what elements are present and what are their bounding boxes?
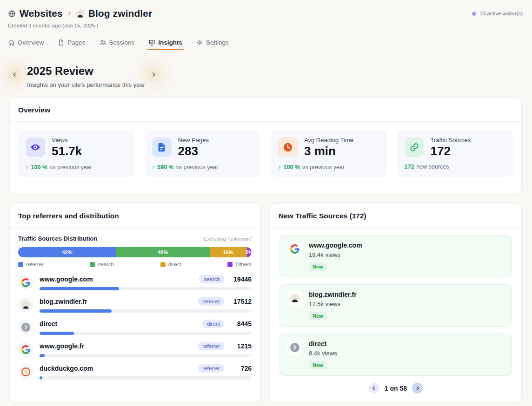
referrer-name: direct	[40, 320, 57, 327]
hero: 2025 Review Insights on your site's perf…	[27, 65, 145, 88]
breadcrumb-site-name: Blog zwindler	[88, 8, 153, 19]
overview-panel-title: Overview	[10, 98, 521, 122]
pagination: 1 on 58	[279, 383, 512, 393]
stat-note: new sources	[416, 164, 449, 170]
referrer-bar-track	[40, 332, 252, 335]
tab-settings[interactable]: Settings	[196, 39, 229, 50]
referrer-name: www.google.fr	[40, 342, 84, 350]
created-date-text: Created 3 months ago (Jan 15, 2025 )	[8, 23, 98, 28]
new-badge: New	[309, 361, 327, 369]
legend-item: Others	[227, 262, 252, 267]
stat-delta: 172	[405, 164, 414, 170]
referrers-panel-title: Top referrers and distribution	[10, 204, 260, 228]
tab-sessions[interactable]: Sessions	[100, 39, 135, 50]
referrer-name: www.google.com	[40, 275, 93, 283]
google-favicon	[18, 342, 33, 357]
distribution-segment: 2%	[247, 247, 252, 257]
tab-label: Pages	[67, 39, 85, 46]
referrer-row[interactable]: www.google.fr referrer 1215	[18, 342, 252, 357]
traffic-source-card[interactable]: blog.zwindler.fr 17.5k views New	[279, 284, 512, 327]
referrer-row[interactable]: www.google.com search 19446	[18, 275, 252, 290]
stat-note: vs previous year	[50, 164, 92, 170]
referrer-name: duckduckgo.com	[40, 365, 93, 372]
tab-label: Settings	[206, 39, 229, 46]
pagination-label: 1 on 58	[385, 385, 407, 392]
referrer-type-badge: referrer	[198, 342, 225, 350]
up-arrow-icon: ↑	[152, 164, 155, 170]
distribution-segment: 16%	[210, 247, 247, 257]
legend-swatch	[18, 262, 23, 267]
distribution-note: Excluding "unknown"	[204, 236, 252, 242]
tab-insights[interactable]: Insights	[148, 39, 182, 50]
stat-card: New Pages 283 ↑ 590 % vs previous year	[145, 131, 261, 177]
referrer-row[interactable]: blog.zwindler.fr referrer 17512	[18, 297, 252, 313]
users-icon	[100, 39, 106, 46]
legend-swatch	[90, 262, 95, 267]
referrer-row[interactable]: direct direct 8445	[18, 320, 252, 335]
referrer-type-badge: search	[199, 275, 225, 283]
up-arrow-icon: ↑	[278, 164, 281, 170]
active-visitors-dot	[472, 12, 476, 16]
referrer-bar-track	[40, 376, 252, 380]
referrer-views-count: 17512	[229, 298, 252, 305]
pagination-next-button[interactable]	[412, 383, 423, 393]
distribution-title: Traffic Sources Distribution	[18, 235, 97, 242]
breadcrumb-websites[interactable]: Websites	[20, 8, 63, 19]
referrer-views-count: 726	[229, 365, 252, 372]
referrer-bar-fill	[40, 376, 42, 380]
eye-icon	[26, 138, 45, 157]
hero-next-button[interactable]	[147, 68, 160, 81]
legend-swatch	[160, 262, 166, 267]
stat-delta: 100 %	[31, 164, 47, 170]
legend-item: direct	[160, 262, 181, 267]
referrer-views-count: 8445	[229, 320, 252, 327]
referrer-name: blog.zwindler.fr	[40, 298, 87, 305]
chevron-right-icon	[151, 72, 157, 78]
referrer-views-count: 1215	[229, 342, 252, 350]
traffic-source-card[interactable]: www.google.com 19.4k views New	[279, 235, 512, 277]
new-badge: New	[309, 262, 327, 271]
tab-overview[interactable]: Overview	[8, 39, 44, 50]
referrer-bar-fill	[40, 287, 119, 290]
active-visitors: 13 active visitor(s)	[472, 11, 523, 16]
stat-card: Avg Reading Time 3 min ↑ 100 % vs previo…	[271, 131, 387, 177]
site-avatar	[76, 9, 85, 18]
source-views: 8.4k views	[309, 350, 337, 357]
referrer-row[interactable]: duckduckgo.com referrer 726	[18, 364, 252, 380]
stat-label: New Pages	[178, 137, 209, 144]
hero-prev-button[interactable]	[8, 68, 21, 81]
referrer-bar-fill	[40, 354, 45, 357]
pagination-prev-button[interactable]	[369, 383, 379, 393]
legend-label: direct	[168, 262, 181, 267]
zwindler-favicon	[287, 291, 302, 306]
traffic-source-card[interactable]: direct 8.4k views New	[279, 334, 512, 376]
source-name: blog.zwindler.fr	[309, 291, 357, 298]
document-icon	[152, 138, 172, 157]
referrer-bar-track	[40, 354, 252, 357]
legend-item: referrer	[18, 262, 44, 267]
direct-favicon	[18, 320, 33, 334]
distribution-legend: referrer search direct Others	[18, 262, 252, 267]
stat-value: 283	[178, 145, 209, 157]
stat-card: Views 51.7k ↑ 100 % vs previous year	[18, 131, 134, 177]
tab-pages[interactable]: Pages	[58, 39, 85, 50]
referrers-panel: Top referrers and distribution Traffic S…	[9, 203, 260, 402]
duckduckgo-favicon	[18, 364, 33, 379]
referrer-type-badge: referrer	[198, 364, 225, 373]
referrer-bar-fill	[40, 332, 74, 335]
tab-label: Insights	[158, 39, 182, 46]
breadcrumb: Websites Blog zwindler	[8, 8, 152, 19]
sources-panel-title: New Traffic Sources (172)	[270, 204, 521, 228]
active-visitors-label: 13 active visitor(s)	[479, 11, 523, 16]
chevron-right-icon	[415, 386, 420, 391]
distribution-segment: 40%	[116, 247, 210, 257]
stat-card: Traffic Sources 172 ↑ 172 new sources	[397, 131, 513, 177]
overview-panel: Overview Views 51.7k ↑ 100 % vs previous…	[9, 98, 522, 194]
source-name: direct	[309, 340, 337, 347]
gear-icon	[196, 39, 203, 46]
stat-delta: 100 %	[284, 164, 300, 170]
referrer-type-badge: referrer	[198, 297, 225, 306]
referrer-bar-fill	[40, 309, 112, 313]
globe-icon	[8, 10, 16, 18]
referrer-bar-track	[40, 309, 252, 313]
